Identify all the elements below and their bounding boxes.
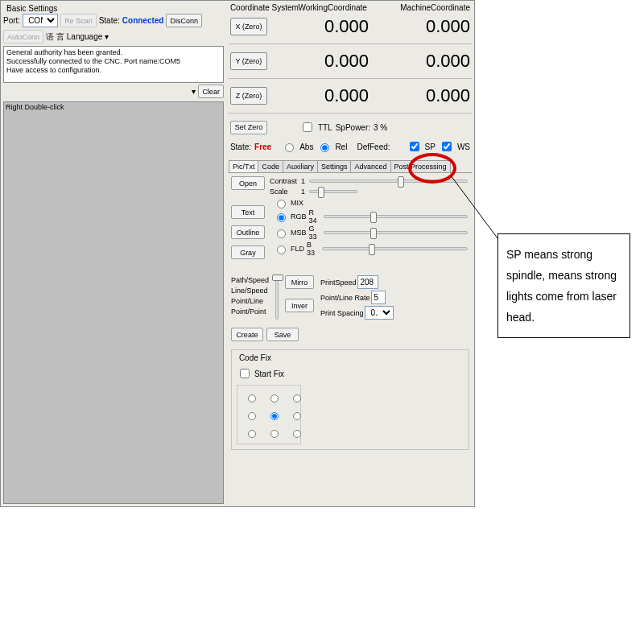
sppower-label: SpPower: [336, 123, 370, 132]
print-spacing-label: Print Spacing [320, 309, 364, 317]
port-select[interactable]: COM5 [23, 14, 58, 27]
state2-label: State: [230, 142, 251, 151]
tab-advanced[interactable]: Advanced [350, 160, 390, 172]
mix-radio[interactable] [277, 200, 286, 208]
print-speed-input[interactable] [357, 275, 378, 289]
rel-label: Rel [335, 142, 347, 151]
left-pane: Basic Settings Port: COM5 Re Scan State:… [1, 1, 226, 506]
save-button[interactable]: Save [266, 328, 299, 341]
preview-canvas[interactable]: Right Double-click [3, 101, 224, 504]
abs-radio[interactable] [285, 143, 294, 152]
tab-pic[interactable]: Pic/Txt [229, 160, 259, 172]
path-speed-label: Path/Speed [231, 275, 269, 286]
deffeed-label: DefFeed: [357, 142, 390, 151]
ws-label: WS [457, 142, 470, 151]
coord-sys-label: Coordinate System [230, 3, 295, 12]
msb-radio[interactable] [277, 229, 286, 238]
y-machine-value: 0.000 [370, 51, 470, 72]
point-point-label: Point/Point [231, 307, 269, 317]
ttl-checkbox[interactable] [303, 122, 312, 132]
g-label: G 33 [308, 225, 320, 241]
divider [229, 78, 472, 79]
create-button[interactable]: Create [231, 328, 263, 341]
g-slider[interactable] [324, 231, 468, 234]
plr-input[interactable] [371, 291, 386, 304]
fld-radio[interactable] [277, 246, 286, 254]
state2-value: Free [254, 142, 271, 151]
app-window: Basic Settings Port: COM5 Re Scan State:… [0, 0, 475, 507]
anchor-mc[interactable] [270, 412, 279, 420]
lang-dropdown-icon[interactable]: ▾ [105, 32, 109, 41]
anchor-bc[interactable] [270, 430, 279, 438]
codefix-group: Code Fix Start Fix [231, 349, 469, 450]
lang-label: Language [67, 32, 103, 41]
plr-label: Point/Line Rate [320, 294, 370, 302]
basic-settings: Basic Settings Port: COM5 Re Scan State:… [1, 1, 226, 44]
gray-button[interactable]: Gray [231, 246, 265, 259]
contrast-label: Contrast [270, 177, 299, 185]
b-label: B 33 [307, 241, 318, 257]
contrast-slider[interactable] [309, 180, 468, 183]
outline-button[interactable]: Outline [231, 225, 265, 239]
start-fix-checkbox[interactable] [240, 369, 250, 378]
r-slider[interactable] [324, 215, 468, 218]
divider [229, 113, 472, 114]
anchor-ml[interactable] [248, 412, 256, 420]
y-zero-button[interactable]: Y (Zero) [230, 52, 267, 70]
z-machine-value: 0.000 [370, 85, 470, 106]
z-zero-button[interactable]: Z (Zero) [230, 87, 267, 105]
disconn-button[interactable]: DisConn [166, 14, 202, 27]
sppower-value: 3 % [374, 123, 387, 132]
port-label: Port: [3, 16, 20, 25]
anchor-tl[interactable] [248, 394, 256, 402]
sp-checkbox[interactable] [410, 142, 419, 151]
print-spacing-select[interactable]: 0.1 [365, 306, 394, 320]
r-label: R 34 [308, 208, 320, 225]
tab-bar: Pic/Txt Code Auxiliary Settings Advanced… [229, 160, 472, 173]
tab-post[interactable]: Post Processing [390, 160, 451, 172]
autoconn-button[interactable]: AutoConn [3, 30, 43, 43]
dropdown-icon[interactable]: ▾ [192, 87, 196, 96]
tab-aux[interactable]: Auxiliary [283, 160, 318, 172]
ttl-label: TTL [318, 123, 332, 132]
state-label: State: [99, 16, 120, 25]
anchor-mr[interactable] [293, 412, 301, 420]
mirro-button[interactable]: Mirro [285, 275, 314, 289]
coord-z-row: Z (Zero) 0.000 0.000 [229, 84, 472, 111]
basic-title: Basic Settings [3, 2, 224, 13]
rescan-button[interactable]: Re Scan [60, 14, 97, 27]
tab-code[interactable]: Code [258, 160, 283, 172]
x-zero-button[interactable]: X (Zero) [230, 18, 267, 35]
path-vslider[interactable] [275, 275, 279, 320]
mix-label: MIX [291, 199, 303, 207]
scale-value: 1 [301, 188, 305, 196]
message-log: General authority has been granted. Succ… [3, 46, 224, 83]
rgb-radio[interactable] [277, 213, 286, 222]
ws-checkbox[interactable] [442, 142, 452, 151]
b-slider[interactable] [322, 247, 468, 250]
anchor-tr[interactable] [293, 394, 301, 402]
start-fix-label: Start Fix [254, 369, 284, 378]
scale-slider[interactable] [309, 190, 357, 193]
tab-content: Open Text Outline Gray Contrast 1 Sca [229, 173, 472, 505]
tab-settings[interactable]: Settings [317, 160, 352, 172]
y-working-value: 0.000 [269, 51, 369, 72]
lang-zh-label: 语 言 [46, 31, 64, 43]
codefix-title: Code Fix [237, 353, 274, 362]
fld-label: FLD [291, 245, 304, 253]
rel-radio[interactable] [320, 143, 329, 152]
rgb-label: RGB [291, 213, 307, 221]
divider [229, 43, 472, 44]
inver-button[interactable]: Inver [285, 299, 314, 312]
text-button[interactable]: Text [231, 205, 265, 219]
abs-label: Abs [299, 142, 313, 151]
coord-working-label: WorkingCoordinate [295, 3, 367, 12]
anchor-br[interactable] [293, 430, 301, 438]
open-button[interactable]: Open [231, 176, 265, 190]
set-zero-button[interactable]: Set Zero [230, 121, 267, 134]
point-line-label: Point/Line [231, 296, 269, 307]
clear-button[interactable]: Clear [198, 85, 224, 98]
anchor-bl[interactable] [248, 430, 256, 438]
right-pane: Coordinate System WorkingCoordinate Mach… [226, 1, 474, 506]
anchor-tc[interactable] [270, 394, 279, 402]
